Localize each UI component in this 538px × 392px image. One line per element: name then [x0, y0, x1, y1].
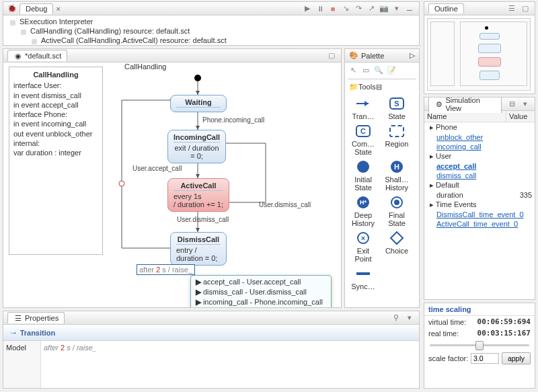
stop-icon[interactable]: ■	[328, 3, 338, 14]
pal-shallow-history[interactable]: HShall… History	[381, 159, 412, 192]
iface-title: CallHandling	[13, 70, 98, 79]
props-category[interactable]: Model	[3, 341, 41, 389]
autocomplete-item[interactable]: ▶ unblock_other - Phone.unblock_other	[194, 307, 328, 308]
palette-title: Palette	[361, 52, 384, 60]
group-user[interactable]: ▸ User	[424, 151, 535, 161]
pal-transition[interactable]: Tran…	[348, 95, 379, 120]
pin-icon[interactable]: ⚲	[391, 313, 401, 323]
state-label: ActiveCall	[174, 182, 223, 191]
editor-filename: *default.sct	[25, 52, 61, 60]
scale-slider[interactable]	[424, 339, 535, 351]
edge-label[interactable]: User.accept_call	[132, 165, 182, 172]
pause-icon[interactable]: ⏸	[315, 3, 325, 14]
minimize-icon[interactable]: ⚊	[404, 3, 415, 14]
event-item[interactable]: accept_call	[424, 161, 535, 171]
scale-factor-input[interactable]	[471, 353, 499, 364]
collapse-icon[interactable]: ▷	[410, 51, 415, 60]
menu-icon[interactable]: ▾	[404, 313, 415, 323]
state-label: IncomingCall	[174, 133, 220, 143]
zoom-icon[interactable]: 🔍	[373, 65, 384, 75]
iface-line: in event incoming_call	[13, 119, 98, 128]
state-activecall[interactable]: ActiveCall every 1s / duration += 1;	[167, 178, 229, 212]
col-value[interactable]: Value	[506, 111, 535, 122]
pal-initial-state[interactable]: Initial State	[348, 159, 379, 192]
step-over-icon[interactable]: ↷	[353, 3, 364, 14]
pal-region[interactable]: Region	[381, 123, 412, 156]
edge-label[interactable]: User.dismiss_call	[259, 201, 311, 208]
group-phone[interactable]: ▸ Phone	[424, 122, 535, 132]
pal-exit-point[interactable]: ×Exit Point	[348, 230, 379, 263]
event-item[interactable]: unblock_other	[424, 132, 535, 142]
menu-icon[interactable]: ▾	[391, 3, 402, 14]
state-body: entry / duration = 0;	[176, 246, 221, 262]
tree-root[interactable]: SExecution Interpreter	[3, 17, 419, 26]
autocomplete-item[interactable]: ▶ incoming_call - Phone.incoming_call	[194, 297, 328, 307]
iface-line: interface User:	[13, 81, 98, 90]
group-time-events[interactable]: ▸ Time Events	[424, 200, 535, 210]
simulation-view-pane: ⚙Simulation View ⊟ ▾ Name Value ▸ Phone …	[424, 97, 535, 300]
autocomplete-item[interactable]: ▶ accept_call - User.accept_call	[194, 277, 328, 287]
marquee-icon[interactable]: ▭	[360, 65, 371, 75]
state-incomingcall[interactable]: IncomingCall exit / duration = 0;	[167, 130, 226, 163]
apply-button[interactable]: apply	[502, 352, 531, 364]
step-out-icon[interactable]: ↗	[366, 3, 377, 14]
debug-tab[interactable]: Debug	[20, 3, 53, 14]
thumb-mode-icon[interactable]: ▢	[520, 3, 531, 14]
step-icon[interactable]: ↘	[340, 3, 351, 14]
expand-icon[interactable]: ⊟	[376, 83, 382, 91]
state-label: Waiting	[176, 98, 221, 108]
editor-tab[interactable]: ◉ *default.sct	[7, 50, 67, 61]
svg-point-4	[119, 181, 124, 186]
slider-thumb[interactable]	[475, 341, 484, 350]
time-scaling-title: time scaling	[424, 303, 535, 316]
outline-header: Outline ☰ ▢	[424, 2, 535, 15]
group-default[interactable]: ▸ Default	[424, 180, 535, 190]
pal-state[interactable]: SState	[381, 95, 412, 120]
tree-activecall[interactable]: ActiveCall (CallHandling.ActiveCall) res…	[3, 36, 419, 45]
iface-line: in event dismiss_call	[13, 91, 98, 100]
col-name[interactable]: Name	[424, 111, 506, 122]
props-tab[interactable]: ☰Properties	[7, 312, 65, 323]
tree-mode-icon[interactable]: ☰	[506, 3, 517, 14]
event-item[interactable]: DismissCall_time_event_0	[424, 210, 535, 219]
iface-line: in event accept_call	[13, 100, 98, 110]
variable-item[interactable]: duration335	[424, 190, 535, 200]
event-item[interactable]: dismiss_call	[424, 171, 535, 180]
pal-final-state[interactable]: Final State	[381, 194, 412, 227]
menu-icon[interactable]: ▾	[521, 99, 531, 110]
pal-deep-history[interactable]: H*Deep History	[348, 194, 379, 227]
collapse-all-icon[interactable]: ⊟	[507, 99, 517, 110]
simview-tree[interactable]: ▸ Phone unblock_other incoming_call ▸ Us…	[424, 122, 535, 229]
sim-icon: ⚙	[434, 100, 443, 109]
debug-tree[interactable]: SExecution Interpreter CallHandling (Cal…	[3, 15, 419, 46]
autocomplete-item[interactable]: ▶ dismiss_call - User.dismiss_call	[194, 287, 328, 297]
autocomplete-popup[interactable]: ▶ accept_call - User.accept_call ▶ dismi…	[190, 275, 332, 308]
interface-definition[interactable]: CallHandling interface User: in event di…	[9, 67, 103, 255]
event-item[interactable]: incoming_call	[424, 142, 535, 151]
statechart-canvas[interactable]: CallHandling interface User: in event di…	[3, 63, 341, 278]
event-item[interactable]: ActiveCall_time_event_0	[424, 219, 535, 229]
camera-icon[interactable]: 📷	[379, 3, 389, 14]
outline-thumbnail[interactable]	[427, 18, 531, 91]
props-section-title: → Transition	[3, 325, 419, 341]
time-scaling-pane: time scaling virtual time:00:06:59:694 r…	[424, 303, 535, 389]
transition-expression-input[interactable]: after 2 s / raise_	[137, 264, 195, 275]
debug-toolbar: ▶ ⏸ ■ ↘ ↷ ↗ 📷 ▾ ⚊	[302, 3, 415, 14]
maximize-icon[interactable]: ▢	[326, 50, 337, 61]
resume-icon[interactable]: ▶	[302, 3, 313, 14]
initial-state[interactable]	[194, 75, 201, 81]
pal-sync[interactable]: Sync…	[348, 266, 379, 290]
outline-tab[interactable]: Outline	[428, 3, 464, 13]
note-icon[interactable]: 📝	[386, 65, 397, 75]
pal-composite-state[interactable]: CCom… State	[348, 123, 379, 156]
state-waiting[interactable]: Waiting	[170, 95, 227, 112]
state-dismisscall[interactable]: DismissCall entry / duration = 0;	[170, 232, 227, 266]
close-icon[interactable]: ×	[56, 5, 60, 13]
tools-section-header[interactable]: 📁 Tools ⊟	[345, 81, 419, 93]
props-expression-field[interactable]: after 2 s / raise_	[41, 341, 419, 389]
edge-label[interactable]: Phone.incoming_call	[202, 116, 264, 124]
cursor-icon[interactable]: ↖	[348, 65, 358, 75]
pal-choice[interactable]: Choice	[381, 230, 412, 263]
tree-callhandling[interactable]: CallHandling (CallHandling) resource: de…	[3, 26, 419, 36]
edge-label[interactable]: User.dismiss_call	[177, 216, 229, 223]
